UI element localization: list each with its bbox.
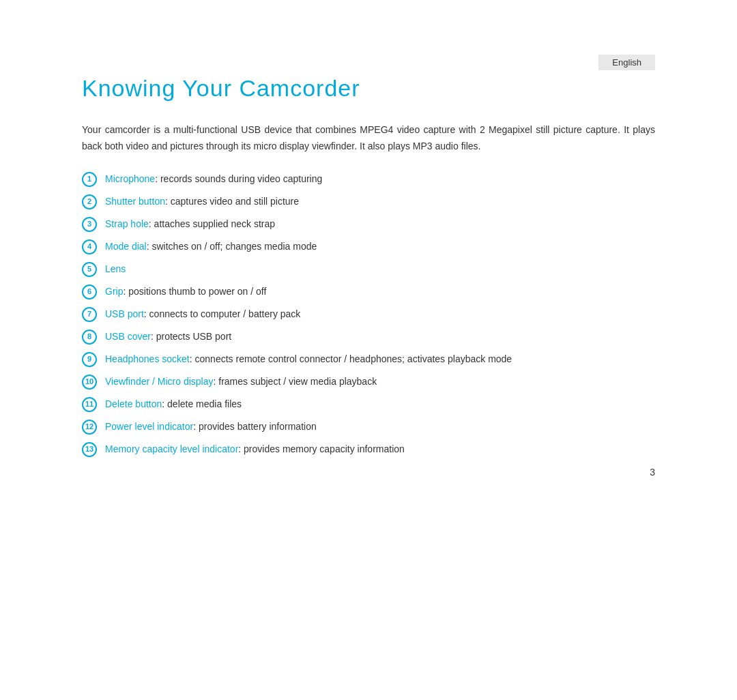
item-desc: : delete media files [162,398,242,409]
item-number: 12 [82,420,97,435]
item-desc: : captures video and still picture [165,196,299,207]
item-number: 4 [82,239,97,254]
item-desc: : provides memory capacity information [238,443,405,454]
page-container: English Knowing Your Camcorder Your camc… [0,0,737,505]
item-desc: : frames subject / view media playback [213,376,377,387]
list-item: 10Viewfinder / Micro display: frames sub… [82,374,655,390]
item-number: 9 [82,352,97,367]
item-desc: : provides battery information [193,421,317,432]
item-content: Memory capacity level indicator: provide… [105,441,655,456]
item-desc: : connects remote control connector / he… [190,353,512,364]
item-term: Power level indicator [105,421,193,432]
item-term: Viewfinder / Micro display [105,376,213,387]
item-term: Delete button [105,398,162,409]
item-desc: : records sounds during video capturing [155,173,322,184]
item-desc: : positions thumb to power on / off [123,286,266,297]
item-content: Lens [105,261,655,276]
list-item: 1Microphone: records sounds during video… [82,171,655,187]
item-number: 8 [82,330,97,345]
item-content: Grip: positions thumb to power on / off [105,284,655,299]
item-term: Memory capacity level indicator [105,443,238,454]
list-item: 5Lens [82,261,655,277]
item-desc: : attaches supplied neck strap [149,218,275,229]
item-number: 6 [82,285,97,300]
item-content: Mode dial: switches on / off; changes me… [105,239,655,254]
page-title: Knowing Your Camcorder [82,75,655,102]
intro-text: Your camcorder is a multi-functional USB… [82,122,655,155]
item-term: Headphones socket [105,353,190,364]
item-term: Lens [105,263,126,274]
item-content: Delete button: delete media files [105,396,655,411]
item-term: Strap hole [105,218,149,229]
item-content: Microphone: records sounds during video … [105,171,655,186]
list-item: 12Power level indicator: provides batter… [82,419,655,435]
item-desc: : switches on / off; changes media mode [147,241,317,252]
item-number: 13 [82,442,97,457]
list-item: 13Memory capacity level indicator: provi… [82,441,655,457]
items-list: 1Microphone: records sounds during video… [82,171,655,457]
list-item: 8USB cover: protects USB port [82,329,655,345]
item-content: USB port: connects to computer / battery… [105,306,655,321]
list-item: 6Grip: positions thumb to power on / off [82,284,655,300]
item-content: Strap hole: attaches supplied neck strap [105,216,655,231]
item-term: Microphone [105,173,155,184]
item-term: Shutter button [105,196,165,207]
item-content: Power level indicator: provides battery … [105,419,655,434]
item-term: USB port [105,308,144,319]
item-desc: : connects to computer / battery pack [144,308,301,319]
item-term: USB cover [105,331,151,342]
item-number: 7 [82,307,97,322]
item-number: 11 [82,397,97,412]
page-number: 3 [650,467,655,478]
item-desc: : protects USB port [151,331,231,342]
item-content: USB cover: protects USB port [105,329,655,344]
item-number: 1 [82,172,97,187]
item-number: 2 [82,194,97,209]
list-item: 3Strap hole: attaches supplied neck stra… [82,216,655,232]
item-term: Grip [105,286,123,297]
item-number: 3 [82,217,97,232]
item-number: 5 [82,262,97,277]
list-item: 4Mode dial: switches on / off; changes m… [82,239,655,254]
list-item: 9Headphones socket: connects remote cont… [82,351,655,367]
item-content: Viewfinder / Micro display: frames subje… [105,374,655,389]
item-term: Mode dial [105,241,147,252]
language-badge: English [598,55,655,70]
list-item: 11Delete button: delete media files [82,396,655,412]
item-content: Shutter button: captures video and still… [105,194,655,209]
item-content: Headphones socket: connects remote contr… [105,351,655,366]
item-number: 10 [82,375,97,390]
list-item: 2Shutter button: captures video and stil… [82,194,655,209]
list-item: 7USB port: connects to computer / batter… [82,306,655,322]
